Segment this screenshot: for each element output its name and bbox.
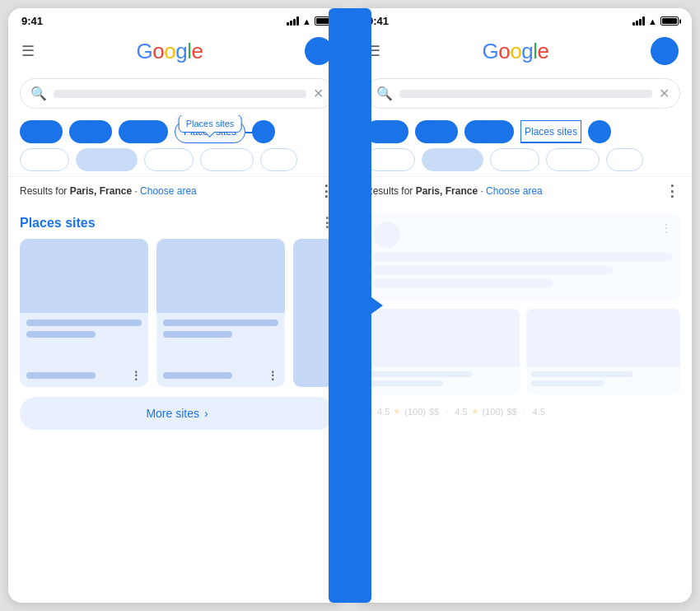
- faded-dots: ⋮: [660, 222, 672, 248]
- card-image-2-left: [156, 239, 285, 313]
- chips-row1-left: Places sites Places sites: [8, 115, 346, 148]
- search-input-left[interactable]: [54, 90, 306, 98]
- card-body-1-left: [20, 313, 148, 364]
- chips-row2-left: [8, 148, 346, 176]
- places-title-left: Places sites: [20, 216, 96, 231]
- results-label-right: Results for: [366, 185, 416, 197]
- results-location-left: Paris, France: [70, 185, 132, 197]
- faded-small-card-2: [526, 309, 680, 394]
- search-close-right[interactable]: ✕: [659, 86, 670, 101]
- status-bar-right: 9:41 ▲: [354, 8, 692, 30]
- battery-icon-right: [660, 16, 679, 26]
- chip2-3-right[interactable]: [490, 148, 539, 171]
- place-card-1-left[interactable]: ⋮: [20, 239, 148, 387]
- results-text-left: Results for Paris, France · Choose area: [20, 185, 197, 197]
- status-time-left: 9:41: [21, 15, 43, 27]
- chip2-5-right[interactable]: [606, 148, 643, 171]
- signal-icon-right: [632, 16, 645, 26]
- chip2-4-right[interactable]: [546, 148, 600, 171]
- status-icons-right: ▲: [632, 16, 679, 26]
- google-logo-left: Google: [137, 39, 203, 64]
- rating-price-2: $$: [506, 407, 516, 417]
- dots-menu-right[interactable]: ⋮: [665, 182, 680, 200]
- faded-line-1: [374, 253, 672, 261]
- avatar-right[interactable]: [651, 37, 679, 65]
- rating-count-2: (100): [483, 407, 504, 417]
- chips-row1-right: Places sites: [354, 115, 692, 148]
- star-icon-2: ★: [471, 406, 479, 417]
- card-footer-line-2: [163, 372, 232, 379]
- right-phone-panel: 9:41 ▲ ☰ Google 🔍 ✕: [354, 8, 692, 603]
- chip-places-sites-left[interactable]: Places sites Places sites: [175, 120, 245, 143]
- faded-small-card-img-2: [526, 309, 680, 366]
- chip2-2-left[interactable]: [76, 148, 138, 171]
- card-more-dots-2[interactable]: ⋮: [267, 369, 279, 382]
- chip-filter-1-right[interactable]: [366, 120, 408, 143]
- search-icon-right: 🔍: [376, 86, 393, 101]
- faded-small-card-1: [366, 309, 520, 394]
- chip-places-sites-right[interactable]: Places sites: [520, 120, 581, 143]
- card-line-3: [163, 319, 278, 326]
- results-bar-left: Results for Paris, France · Choose area …: [8, 176, 346, 205]
- app-header-left: ☰ Google: [8, 30, 346, 72]
- results-label: Results for: [20, 185, 70, 197]
- faded-line-3: [374, 279, 553, 287]
- chip-filter-3-left[interactable]: [119, 120, 168, 143]
- card-line-4: [163, 331, 232, 338]
- chip2-5-left[interactable]: [260, 148, 297, 171]
- tooltip-container-left: Places sites Places sites: [175, 120, 245, 143]
- blue-bar-overlay: [329, 8, 371, 603]
- results-bar-right: Results for Paris, France · Choose area …: [354, 176, 692, 205]
- card-footer-2-left: ⋮: [156, 364, 285, 387]
- tooltip-connector-left: [245, 132, 270, 133]
- place-cards-left: ⋮ ⋮: [20, 239, 334, 387]
- left-phone-panel: 9:41 ▲ ☰ Google 🔍 ✕: [8, 8, 346, 603]
- chip-filter-2-left[interactable]: [69, 120, 112, 143]
- rating-row-1: 4.5 ★ (100) $$ · 4.5 ★ (100) $$ · 4.5: [366, 401, 680, 420]
- card-line-2: [26, 331, 96, 338]
- chip2-4-left[interactable]: [200, 148, 254, 171]
- results-text-right: Results for Paris, France · Choose area: [366, 185, 543, 197]
- hamburger-icon-left[interactable]: ☰: [21, 42, 35, 60]
- faded-avatar: [374, 222, 400, 248]
- results-location-right: Paris, France: [416, 185, 478, 197]
- faded-card-area: ⋮: [366, 213, 680, 301]
- search-icon-left: 🔍: [30, 86, 47, 101]
- search-close-left[interactable]: ✕: [313, 86, 324, 101]
- chip2-1-left[interactable]: [20, 148, 69, 171]
- search-bar-left[interactable]: 🔍 ✕: [20, 78, 334, 109]
- places-section-left: Places sites ⋮ ⋮: [8, 205, 346, 440]
- card-line-1: [26, 319, 142, 326]
- chip-toggle-right[interactable]: [588, 120, 611, 143]
- chips-row2-right: [354, 148, 692, 176]
- status-icons-left: ▲: [287, 16, 333, 26]
- chip2-2-right[interactable]: [422, 148, 483, 171]
- faded-small-card-img-1: [366, 309, 520, 366]
- chip2-1-right[interactable]: [366, 148, 415, 171]
- card-body-2-left: [156, 313, 285, 364]
- card-more-dots-1[interactable]: ⋮: [130, 369, 142, 382]
- search-input-right[interactable]: [399, 90, 652, 98]
- place-card-2-left[interactable]: ⋮: [156, 239, 285, 387]
- google-logo-right: Google: [483, 39, 549, 64]
- more-sites-button-left[interactable]: More sites ›: [20, 397, 334, 430]
- signal-icon-left: [287, 16, 299, 26]
- star-icon-1: ★: [393, 406, 401, 417]
- search-bar-right[interactable]: 🔍 ✕: [366, 78, 680, 109]
- app-container: 9:41 ▲ ☰ Google 🔍 ✕: [0, 0, 700, 611]
- right-faded-content: ⋮: [354, 213, 692, 420]
- chip2-3-left[interactable]: [144, 148, 194, 171]
- card-footer-1-left: ⋮: [20, 364, 148, 387]
- places-header-left: Places sites ⋮: [20, 215, 334, 231]
- card-image-1-left: [20, 239, 148, 313]
- chip-filter-1-left[interactable]: [20, 120, 63, 143]
- choose-area-left[interactable]: Choose area: [140, 185, 197, 197]
- rating-value-1: 4.5: [377, 407, 390, 417]
- wifi-icon-right: ▲: [648, 16, 657, 26]
- choose-area-right[interactable]: Choose area: [486, 185, 543, 197]
- faded-small-cards: [366, 309, 680, 394]
- chip-filter-3-right[interactable]: [464, 120, 514, 143]
- blue-bar-arrow: [371, 297, 383, 314]
- chip-filter-2-right[interactable]: [415, 120, 458, 143]
- faded-line-2: [374, 266, 613, 274]
